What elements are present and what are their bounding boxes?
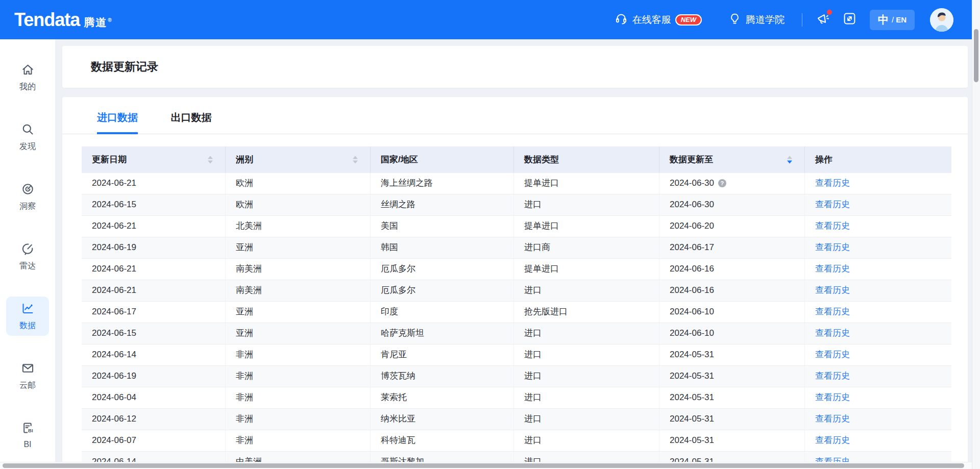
view-history-link[interactable]: 查看历史 bbox=[815, 242, 850, 252]
table-row: 2024-06-14非洲肯尼亚进口2024-05-31查看历史 bbox=[82, 344, 951, 366]
table-row: 2024-06-15亚洲哈萨克斯坦进口2024-06-10查看历史 bbox=[82, 323, 951, 344]
data-type-cell: 提单进口 bbox=[514, 259, 659, 280]
home-icon bbox=[21, 63, 35, 79]
update-date-cell: 2024-06-04 bbox=[82, 387, 226, 408]
lang-en: EN bbox=[896, 15, 906, 24]
update-date-cell: 2024-06-15 bbox=[82, 194, 226, 215]
updated-to-cell: 2024-05-31 bbox=[659, 387, 805, 408]
sidebar-item-data[interactable]: 数据 bbox=[6, 297, 49, 336]
column-header-label: 更新日期 bbox=[92, 155, 127, 164]
fullscreen-button[interactable] bbox=[843, 12, 856, 28]
continent-cell: 非洲 bbox=[226, 430, 371, 451]
view-history-link[interactable]: 查看历史 bbox=[815, 392, 850, 402]
sort-desc-icon[interactable] bbox=[208, 161, 213, 164]
view-history-link[interactable]: 查看历史 bbox=[815, 307, 850, 316]
updated-to-cell: 2024-05-31 bbox=[659, 366, 805, 387]
horizontal-scrollbar-thumb[interactable] bbox=[3, 463, 964, 468]
view-history-link[interactable]: 查看历史 bbox=[815, 264, 850, 274]
table-row: 2024-06-15欧洲丝绸之路进口2024-06-30查看历史 bbox=[82, 194, 951, 216]
sort-asc-icon[interactable] bbox=[353, 156, 358, 159]
notification-dot bbox=[827, 10, 832, 15]
sidebar-item-my[interactable]: 我的 bbox=[6, 58, 49, 97]
region-cell: 哈萨克斯坦 bbox=[371, 323, 514, 344]
sort-arrows-icon[interactable] bbox=[787, 156, 792, 164]
left-sidebar: 我的 发现 洞察 雷达 数据 bbox=[0, 39, 55, 469]
view-history-link[interactable]: 查看历史 bbox=[815, 350, 850, 359]
region-cell: 韩国 bbox=[371, 237, 514, 258]
sort-desc-icon[interactable] bbox=[353, 161, 358, 164]
region-cell: 科特迪瓦 bbox=[371, 430, 514, 451]
view-history-link[interactable]: 查看历史 bbox=[815, 371, 850, 381]
app-logo[interactable]: Tendata腾道® bbox=[14, 9, 113, 31]
vertical-scrollbar[interactable] bbox=[972, 0, 980, 469]
radar-icon bbox=[21, 242, 35, 258]
column-header[interactable]: 更新日期 bbox=[82, 146, 226, 173]
sidebar-item-label: BI bbox=[23, 440, 31, 449]
sidebar-item-label: 洞察 bbox=[19, 201, 36, 212]
updated-to-cell: 2024-06-30? bbox=[659, 173, 805, 194]
vertical-scrollbar-thumb[interactable] bbox=[974, 29, 978, 82]
data-type-cell: 进口 bbox=[514, 387, 659, 408]
help-icon[interactable]: ? bbox=[718, 179, 726, 187]
view-history-link[interactable]: 查看历史 bbox=[815, 435, 850, 445]
region-cell: 肯尼亚 bbox=[371, 344, 514, 365]
online-service-button[interactable]: 在线客服 NEW bbox=[615, 12, 702, 28]
updated-to-cell: 2024-05-31 bbox=[659, 409, 805, 430]
lang-zh: 中 bbox=[878, 13, 889, 27]
sidebar-item-radar[interactable]: 雷达 bbox=[6, 237, 49, 276]
horizontal-scrollbar[interactable] bbox=[0, 462, 972, 469]
action-cell: 查看历史 bbox=[805, 344, 951, 365]
action-cell: 查看历史 bbox=[805, 430, 951, 451]
data-type-cell: 进口商 bbox=[514, 237, 659, 258]
view-history-link[interactable]: 查看历史 bbox=[815, 178, 850, 188]
data-table-card: 进口数据 出口数据 更新日期洲别国家/地区数据类型数据更新至操作 2024-06… bbox=[62, 97, 968, 469]
sort-desc-icon[interactable] bbox=[787, 161, 792, 164]
academy-label: 腾道学院 bbox=[746, 13, 785, 27]
lang-separator: / bbox=[892, 15, 894, 24]
nav-divider bbox=[802, 13, 802, 27]
view-history-link[interactable]: 查看历史 bbox=[815, 221, 850, 231]
table-row: 2024-06-04非洲莱索托进口2024-05-31查看历史 bbox=[82, 387, 951, 409]
academy-button[interactable]: 腾道学院 bbox=[728, 12, 785, 28]
sidebar-item-insight[interactable]: 洞察 bbox=[6, 177, 49, 216]
sidebar-item-bi[interactable]: BI BI bbox=[6, 416, 49, 454]
svg-text:BI: BI bbox=[28, 428, 33, 433]
column-header[interactable]: 洲别 bbox=[226, 146, 371, 173]
column-header[interactable]: 数据更新至 bbox=[659, 146, 805, 173]
view-history-link[interactable]: 查看历史 bbox=[815, 285, 850, 295]
sidebar-item-cloudmail[interactable]: 云邮 bbox=[6, 356, 49, 396]
data-type-cell: 进口 bbox=[514, 430, 659, 451]
data-type-cell: 进口 bbox=[514, 344, 659, 365]
view-history-link[interactable]: 查看历史 bbox=[815, 200, 850, 209]
sort-asc-icon[interactable] bbox=[208, 156, 213, 159]
update-date-cell: 2024-06-19 bbox=[82, 366, 226, 387]
headset-icon bbox=[615, 12, 632, 28]
region-cell: 美国 bbox=[371, 216, 514, 237]
tab-import-data[interactable]: 进口数据 bbox=[97, 97, 138, 134]
data-type-cell: 进口 bbox=[514, 323, 659, 344]
region-cell: 莱索托 bbox=[371, 387, 514, 408]
view-history-link[interactable]: 查看历史 bbox=[815, 328, 850, 338]
region-cell: 纳米比亚 bbox=[371, 409, 514, 430]
column-header: 数据类型 bbox=[514, 146, 659, 173]
announcement-button[interactable] bbox=[816, 12, 829, 28]
sort-arrows-icon[interactable] bbox=[353, 156, 358, 164]
sidebar-item-discover[interactable]: 发现 bbox=[6, 117, 49, 157]
continent-cell: 非洲 bbox=[226, 387, 371, 408]
user-avatar[interactable] bbox=[930, 8, 953, 32]
column-header-label: 数据类型 bbox=[524, 155, 559, 164]
mail-icon bbox=[21, 361, 35, 377]
action-cell: 查看历史 bbox=[805, 216, 951, 237]
tab-bar: 进口数据 出口数据 bbox=[62, 97, 968, 134]
sort-asc-icon[interactable] bbox=[787, 156, 792, 159]
continent-cell: 亚洲 bbox=[226, 237, 371, 258]
update-date-cell: 2024-06-21 bbox=[82, 280, 226, 301]
language-toggle[interactable]: 中 / EN bbox=[870, 10, 915, 30]
main-content: 数据更新记录 进口数据 出口数据 更新日期洲别国家/地区数据类型数据更新至操作 … bbox=[55, 39, 980, 469]
action-cell: 查看历史 bbox=[805, 280, 951, 301]
view-history-link[interactable]: 查看历史 bbox=[815, 414, 850, 424]
update-date-cell: 2024-06-21 bbox=[82, 216, 226, 237]
data-type-cell: 进口 bbox=[514, 280, 659, 301]
tab-export-data[interactable]: 出口数据 bbox=[170, 97, 211, 134]
sort-arrows-icon[interactable] bbox=[208, 156, 213, 164]
